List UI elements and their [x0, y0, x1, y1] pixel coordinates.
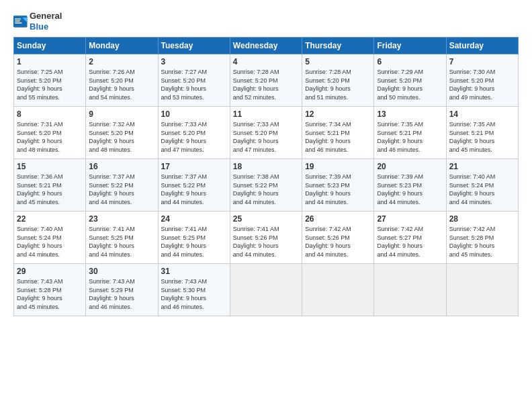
cell-content: Sunrise: 7:38 AMSunset: 5:22 PMDaylight:…: [233, 173, 279, 205]
calendar-table: SundayMondayTuesdayWednesdayThursdayFrid…: [13, 37, 519, 316]
calendar-cell: 15 Sunrise: 7:36 AMSunset: 5:21 PMDaylig…: [14, 159, 86, 212]
calendar-cell: 18 Sunrise: 7:38 AMSunset: 5:22 PMDaylig…: [230, 159, 302, 212]
cell-content: Sunrise: 7:35 AMSunset: 5:21 PMDaylight:…: [377, 121, 423, 153]
day-number: 6: [377, 57, 443, 66]
cell-content: Sunrise: 7:32 AMSunset: 5:20 PMDaylight:…: [89, 121, 135, 153]
calendar-cell: 21 Sunrise: 7:40 AMSunset: 5:24 PMDaylig…: [446, 159, 518, 212]
calendar-cell: 7 Sunrise: 7:30 AMSunset: 5:20 PMDayligh…: [446, 54, 518, 107]
header-tuesday: Tuesday: [158, 38, 230, 54]
header-thursday: Thursday: [302, 38, 374, 54]
cell-content: Sunrise: 7:26 AMSunset: 5:20 PMDaylight:…: [89, 68, 135, 101]
cell-content: Sunrise: 7:42 AMSunset: 5:26 PMDaylight:…: [305, 226, 351, 258]
day-number: 27: [377, 214, 443, 224]
day-number: 9: [89, 109, 154, 119]
cell-content: Sunrise: 7:30 AMSunset: 5:20 PMDaylight:…: [449, 68, 496, 101]
calendar-cell: 30 Sunrise: 7:43 AMSunset: 5:29 PMDaylig…: [86, 264, 158, 316]
day-number: 13: [377, 109, 443, 119]
day-number: 12: [305, 109, 371, 119]
logo-text: General Blue: [30, 11, 62, 32]
calendar-cell: 20 Sunrise: 7:39 AMSunset: 5:23 PMDaylig…: [374, 159, 446, 212]
calendar-cell: 3 Sunrise: 7:27 AMSunset: 5:20 PMDayligh…: [158, 54, 230, 107]
day-number: 23: [89, 214, 154, 224]
calendar-cell: 28 Sunrise: 7:42 AMSunset: 5:28 PMDaylig…: [446, 212, 518, 264]
calendar-cell: 23 Sunrise: 7:41 AMSunset: 5:25 PMDaylig…: [86, 212, 158, 264]
cell-content: Sunrise: 7:41 AMSunset: 5:26 PMDaylight:…: [233, 226, 279, 258]
calendar-cell: 2 Sunrise: 7:26 AMSunset: 5:20 PMDayligh…: [86, 54, 158, 107]
cell-content: Sunrise: 7:41 AMSunset: 5:25 PMDaylight:…: [89, 226, 135, 258]
day-number: 10: [161, 109, 227, 119]
page-container: General Blue SundayMondayTuesdayWednesda…: [0, 0, 532, 323]
logo: General Blue: [13, 11, 62, 32]
day-number: 1: [17, 57, 83, 66]
week-row-4: 22 Sunrise: 7:40 AMSunset: 5:24 PMDaylig…: [14, 212, 519, 264]
day-number: 30: [89, 267, 154, 276]
calendar-cell: 29 Sunrise: 7:43 AMSunset: 5:28 PMDaylig…: [14, 264, 86, 316]
calendar-body: 1 Sunrise: 7:25 AMSunset: 5:20 PMDayligh…: [14, 54, 519, 316]
header-wednesday: Wednesday: [230, 38, 302, 54]
header-sunday: Sunday: [14, 38, 86, 54]
day-number: 29: [17, 267, 83, 276]
calendar-cell: 17 Sunrise: 7:37 AMSunset: 5:22 PMDaylig…: [158, 159, 230, 212]
day-number: 11: [233, 109, 299, 119]
calendar-cell: 25 Sunrise: 7:41 AMSunset: 5:26 PMDaylig…: [230, 212, 302, 264]
calendar-cell: 31 Sunrise: 7:43 AMSunset: 5:30 PMDaylig…: [158, 264, 230, 316]
cell-content: Sunrise: 7:37 AMSunset: 5:22 PMDaylight:…: [161, 173, 208, 205]
day-number: 7: [449, 57, 515, 66]
cell-content: Sunrise: 7:43 AMSunset: 5:29 PMDaylight:…: [89, 278, 135, 310]
svg-rect-3: [15, 20, 19, 21]
day-number: 21: [449, 162, 515, 171]
cell-content: Sunrise: 7:35 AMSunset: 5:21 PMDaylight:…: [449, 121, 496, 153]
day-number: 31: [161, 267, 227, 276]
calendar-cell: [302, 264, 374, 316]
calendar-cell: 10 Sunrise: 7:33 AMSunset: 5:20 PMDaylig…: [158, 107, 230, 159]
cell-content: Sunrise: 7:33 AMSunset: 5:20 PMDaylight:…: [161, 121, 208, 153]
week-row-1: 1 Sunrise: 7:25 AMSunset: 5:20 PMDayligh…: [14, 54, 519, 107]
cell-content: Sunrise: 7:37 AMSunset: 5:22 PMDaylight:…: [89, 173, 135, 205]
svg-rect-4: [15, 22, 21, 23]
day-number: 2: [89, 57, 154, 66]
cell-content: Sunrise: 7:40 AMSunset: 5:24 PMDaylight:…: [17, 226, 63, 258]
day-number: 3: [161, 57, 227, 66]
calendar-cell: 4 Sunrise: 7:28 AMSunset: 5:20 PMDayligh…: [230, 54, 302, 107]
svg-rect-2: [15, 18, 21, 19]
cell-content: Sunrise: 7:34 AMSunset: 5:21 PMDaylight:…: [305, 121, 351, 153]
cell-content: Sunrise: 7:29 AMSunset: 5:20 PMDaylight:…: [377, 68, 423, 101]
cell-content: Sunrise: 7:42 AMSunset: 5:28 PMDaylight:…: [449, 226, 496, 258]
cell-content: Sunrise: 7:42 AMSunset: 5:27 PMDaylight:…: [377, 226, 423, 258]
calendar-cell: 26 Sunrise: 7:42 AMSunset: 5:26 PMDaylig…: [302, 212, 374, 264]
day-number: 19: [305, 162, 371, 171]
cell-content: Sunrise: 7:28 AMSunset: 5:20 PMDaylight:…: [305, 68, 351, 101]
calendar-cell: 6 Sunrise: 7:29 AMSunset: 5:20 PMDayligh…: [374, 54, 446, 107]
cell-content: Sunrise: 7:43 AMSunset: 5:30 PMDaylight:…: [161, 278, 208, 310]
header-monday: Monday: [86, 38, 158, 54]
calendar-cell: 12 Sunrise: 7:34 AMSunset: 5:21 PMDaylig…: [302, 107, 374, 159]
day-number: 20: [377, 162, 443, 171]
cell-content: Sunrise: 7:33 AMSunset: 5:20 PMDaylight:…: [233, 121, 279, 153]
day-number: 25: [233, 214, 299, 224]
day-number: 28: [449, 214, 515, 224]
cell-content: Sunrise: 7:41 AMSunset: 5:25 PMDaylight:…: [161, 226, 208, 258]
calendar-cell: 1 Sunrise: 7:25 AMSunset: 5:20 PMDayligh…: [14, 54, 86, 107]
day-number: 24: [161, 214, 227, 224]
calendar-cell: 27 Sunrise: 7:42 AMSunset: 5:27 PMDaylig…: [374, 212, 446, 264]
day-number: 22: [17, 214, 83, 224]
day-number: 16: [89, 162, 154, 171]
calendar-cell: 5 Sunrise: 7:28 AMSunset: 5:20 PMDayligh…: [302, 54, 374, 107]
cell-content: Sunrise: 7:27 AMSunset: 5:20 PMDaylight:…: [161, 68, 208, 101]
calendar-header-row: SundayMondayTuesdayWednesdayThursdayFrid…: [14, 38, 519, 54]
header-friday: Friday: [374, 38, 446, 54]
day-number: 5: [305, 57, 371, 66]
cell-content: Sunrise: 7:43 AMSunset: 5:28 PMDaylight:…: [17, 278, 63, 310]
calendar-cell: 24 Sunrise: 7:41 AMSunset: 5:25 PMDaylig…: [158, 212, 230, 264]
day-number: 15: [17, 162, 83, 171]
calendar-cell: 22 Sunrise: 7:40 AMSunset: 5:24 PMDaylig…: [14, 212, 86, 264]
header: General Blue: [13, 11, 519, 32]
header-saturday: Saturday: [446, 38, 518, 54]
week-row-2: 8 Sunrise: 7:31 AMSunset: 5:20 PMDayligh…: [14, 107, 519, 159]
day-number: 18: [233, 162, 299, 171]
calendar-cell: 9 Sunrise: 7:32 AMSunset: 5:20 PMDayligh…: [86, 107, 158, 159]
week-row-5: 29 Sunrise: 7:43 AMSunset: 5:28 PMDaylig…: [14, 264, 519, 316]
day-number: 26: [305, 214, 371, 224]
week-row-3: 15 Sunrise: 7:36 AMSunset: 5:21 PMDaylig…: [14, 159, 519, 212]
cell-content: Sunrise: 7:39 AMSunset: 5:23 PMDaylight:…: [377, 173, 423, 205]
